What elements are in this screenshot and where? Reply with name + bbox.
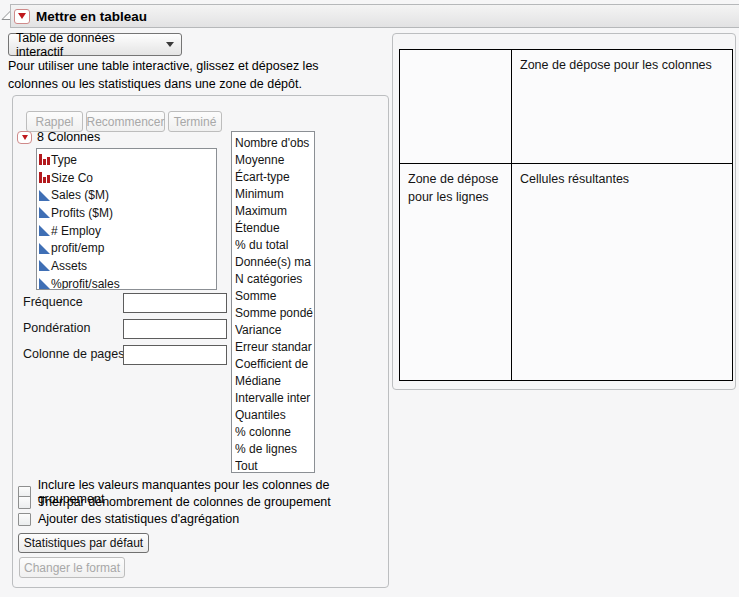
page-title: Mettre en tableau [36, 9, 147, 24]
stat-item[interactable]: N catégories [235, 270, 314, 287]
done-button[interactable]: Terminé [168, 111, 222, 132]
tabulate-window: Mettre en tableau Table de données inter… [0, 0, 739, 597]
checkbox-row: Ajouter des statistiques d'agrégation [18, 512, 239, 526]
add-aggregate-stats-checkbox[interactable] [18, 513, 31, 526]
table-preview-panel: Zone de dépose pour les colonnes Zone de… [392, 33, 736, 390]
continuous-icon [38, 259, 51, 272]
stat-item[interactable]: Étendue [235, 219, 314, 236]
continuous-icon [38, 242, 51, 255]
stat-item[interactable]: Maximum [235, 202, 314, 219]
table-mode-dropdown-value: Table de données interactif [16, 31, 158, 59]
stat-item[interactable]: % de lignes [235, 441, 314, 458]
stat-item[interactable]: Médiane [235, 373, 314, 390]
column-item[interactable]: %profit/sales [37, 275, 216, 290]
outline-title-bar: Mettre en tableau [10, 4, 739, 28]
stat-item[interactable]: Coefficient de [235, 356, 314, 373]
checkbox-row: Trier par dénombrement de colonnes de gr… [18, 495, 331, 509]
stat-item[interactable]: Variance [235, 322, 314, 339]
nominal-icon [38, 171, 51, 184]
columns-menu-icon[interactable] [17, 131, 32, 144]
table-mode-dropdown[interactable]: Table de données interactif [8, 33, 182, 56]
column-item[interactable]: Size Co [37, 169, 216, 187]
stat-item[interactable]: Intervalle inter [235, 390, 314, 407]
corner-cell [400, 50, 512, 164]
restart-button[interactable]: Recommencer [86, 111, 165, 132]
stat-item[interactable]: Somme pondé [235, 304, 314, 321]
columns-listbox: Type Size Co Sales ($M) Profits ($M) # E… [36, 148, 217, 290]
sort-by-count-label: Trier par dénombrement de colonnes de gr… [38, 495, 331, 509]
stat-item[interactable]: Tout [235, 458, 314, 473]
stat-item[interactable]: Quantiles [235, 407, 314, 424]
column-item[interactable]: Sales ($M) [37, 186, 216, 204]
result-cells-zone[interactable]: Cellules résultantes [512, 164, 732, 380]
instruction-line-1: Pour utiliser une table interactive, gli… [8, 59, 319, 73]
stat-item[interactable]: Nombre d'obs [235, 134, 314, 151]
column-drop-zone[interactable]: Zone de dépose pour les colonnes [512, 50, 732, 164]
column-item[interactable]: profit/emp [37, 239, 216, 257]
add-aggregate-stats-label: Ajouter des statistiques d'agrégation [38, 512, 239, 526]
continuous-icon [38, 206, 51, 219]
drop-table: Zone de dépose pour les colonnes Zone de… [399, 49, 733, 381]
stat-item[interactable]: Erreur standar [235, 339, 314, 356]
row-drop-zone[interactable]: Zone de dépose pour les lignes [400, 164, 512, 380]
stat-item[interactable]: % du total [235, 236, 314, 253]
continuous-icon [38, 189, 51, 202]
change-format-button[interactable]: Changer le format [19, 557, 125, 578]
column-item[interactable]: Type [37, 151, 216, 169]
page-column-label: Colonne de pages [23, 347, 124, 361]
statistics-listbox: Nombre d'obs Moyenne Écart-type Minimum … [231, 131, 315, 473]
recall-button[interactable]: Rappel [26, 111, 83, 132]
stat-item[interactable]: % colonne [235, 424, 314, 441]
control-panel: Rappel Recommencer Terminé 8 Colonnes Ty… [12, 95, 389, 588]
sort-by-count-checkbox[interactable] [18, 496, 31, 509]
instruction-line-2: colonnes ou les statistiques dans une zo… [8, 77, 302, 91]
page-column-input[interactable] [123, 345, 227, 365]
red-menu-icon[interactable] [14, 9, 30, 24]
nominal-icon [38, 153, 51, 166]
frequency-label: Fréquence [23, 295, 83, 309]
column-item[interactable]: Profits ($M) [37, 204, 216, 222]
stat-item[interactable]: Somme [235, 287, 314, 304]
stat-item[interactable]: Minimum [235, 185, 314, 202]
continuous-icon [38, 277, 51, 290]
stat-item[interactable]: Moyenne [235, 151, 314, 168]
column-item[interactable]: Assets [37, 257, 216, 275]
frequency-input[interactable] [123, 293, 227, 313]
stat-item[interactable]: Donnée(s) ma [235, 253, 314, 270]
default-statistics-button[interactable]: Statistiques par défaut [18, 533, 149, 553]
weight-label: Pondération [23, 321, 90, 335]
column-item[interactable]: # Employ [37, 222, 216, 240]
chevron-down-icon [166, 42, 174, 47]
columns-header: 8 Colonnes [37, 130, 100, 144]
weight-input[interactable] [123, 319, 227, 339]
continuous-icon [38, 224, 51, 237]
stat-item[interactable]: Écart-type [235, 168, 314, 185]
